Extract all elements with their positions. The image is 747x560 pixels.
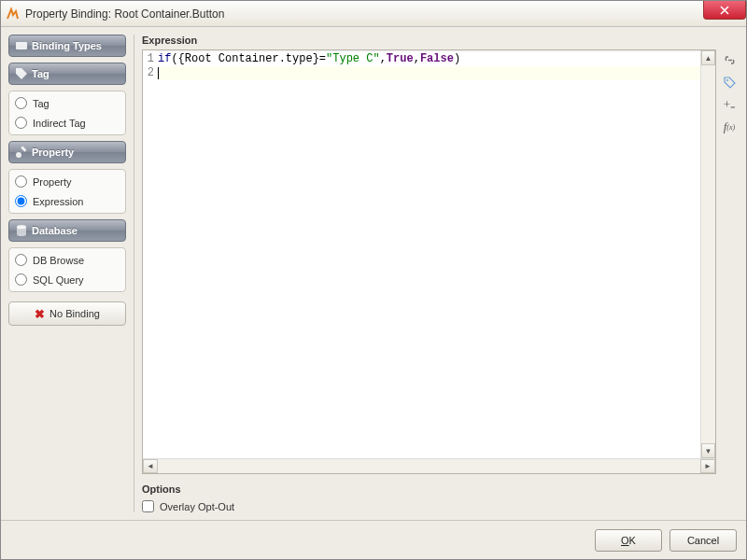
group-body-tag: Tag Indirect Tag bbox=[8, 91, 126, 135]
tag-header-icon bbox=[15, 67, 28, 80]
scroll-down-arrow[interactable]: ▼ bbox=[701, 443, 715, 458]
svg-point-4 bbox=[726, 79, 728, 81]
group-header-property-label: Property bbox=[32, 147, 74, 158]
property-header-icon bbox=[15, 146, 28, 159]
text-cursor bbox=[158, 67, 159, 79]
line-number: 1 bbox=[143, 52, 154, 66]
radio-property[interactable]: Property bbox=[15, 175, 120, 188]
line-number: 2 bbox=[143, 66, 154, 80]
scroll-track[interactable] bbox=[701, 65, 715, 443]
binding-types-header: Binding Types bbox=[8, 35, 126, 57]
no-binding-button[interactable]: ✖ No Binding bbox=[8, 301, 126, 326]
radio-tag-label: Tag bbox=[33, 98, 49, 109]
code-op: = bbox=[319, 52, 326, 65]
group-header-database: Database bbox=[8, 219, 126, 242]
radio-sql-query-input[interactable] bbox=[15, 273, 27, 286]
radio-indirect-tag[interactable]: Indirect Tag bbox=[15, 117, 120, 129]
code-true: True bbox=[387, 52, 414, 65]
radio-indirect-tag-input[interactable] bbox=[15, 117, 27, 129]
dialog-footer: OK Cancel bbox=[1, 520, 746, 559]
options-label: Options bbox=[142, 483, 739, 495]
code-paren: ) bbox=[454, 52, 460, 65]
ok-text: K bbox=[629, 535, 636, 546]
database-header-icon bbox=[15, 224, 28, 237]
function-icon[interactable]: f(x) bbox=[721, 119, 738, 135]
horizontal-scrollbar[interactable]: ◄ ► bbox=[143, 458, 715, 473]
scroll-left-arrow[interactable]: ◄ bbox=[143, 459, 158, 473]
radio-property-label: Property bbox=[33, 176, 72, 188]
scroll-track[interactable] bbox=[158, 459, 700, 473]
operator-icon[interactable]: += bbox=[721, 96, 738, 113]
code-comma: , bbox=[414, 52, 420, 65]
overlay-optout-label: Overlay Opt-Out bbox=[160, 501, 234, 512]
group-header-tag-label: Tag bbox=[32, 68, 49, 79]
scroll-up-arrow[interactable]: ▲ bbox=[701, 50, 715, 65]
radio-expression-label: Expression bbox=[33, 196, 83, 207]
svg-point-1 bbox=[16, 152, 21, 158]
main-panel: Expression 1 2 if({Root Container.type}=… bbox=[142, 35, 739, 512]
app-icon bbox=[5, 7, 20, 21]
radio-db-browse[interactable]: DB Browse bbox=[15, 254, 120, 266]
radio-sql-query[interactable]: SQL Query bbox=[15, 273, 120, 286]
group-header-database-label: Database bbox=[32, 225, 78, 236]
sidebar: Binding Types Tag Tag Indirect Tag bbox=[8, 35, 126, 512]
dialog-window: Property Binding: Root Container.Button … bbox=[0, 0, 747, 560]
code-paren: ( bbox=[171, 52, 177, 65]
ok-button[interactable]: OK bbox=[595, 529, 662, 552]
radio-property-input[interactable] bbox=[15, 175, 27, 188]
radio-indirect-tag-label: Indirect Tag bbox=[33, 118, 86, 129]
tag-icon[interactable] bbox=[721, 74, 738, 91]
titlebar: Property Binding: Root Container.Button bbox=[1, 1, 746, 27]
radio-expression-input[interactable] bbox=[15, 195, 27, 207]
no-binding-x-icon: ✖ bbox=[35, 307, 45, 321]
code-area[interactable]: if({Root Container.type}="Type C",True,F… bbox=[156, 50, 700, 458]
code-reference: {Root Container.type} bbox=[178, 52, 319, 65]
radio-expression[interactable]: Expression bbox=[15, 195, 120, 207]
group-header-property: Property bbox=[8, 141, 126, 163]
binding-types-label: Binding Types bbox=[32, 40, 102, 51]
cancel-button[interactable]: Cancel bbox=[669, 529, 737, 552]
code-comma: , bbox=[380, 52, 387, 65]
expression-editor[interactable]: 1 2 if({Root Container.type}="Type C",Tr… bbox=[142, 49, 716, 474]
editor-wrap: 1 2 if({Root Container.type}="Type C",Tr… bbox=[142, 49, 739, 474]
radio-tag[interactable]: Tag bbox=[15, 97, 120, 109]
radio-db-browse-label: DB Browse bbox=[33, 255, 84, 266]
window-title: Property Binding: Root Container.Button bbox=[25, 7, 224, 21]
group-header-tag: Tag bbox=[8, 63, 126, 85]
code-false: False bbox=[420, 52, 454, 65]
vertical-scrollbar[interactable]: ▲ ▼ bbox=[700, 50, 715, 458]
group-body-database: DB Browse SQL Query bbox=[8, 247, 126, 292]
radio-db-browse-input[interactable] bbox=[15, 254, 27, 266]
editor-tools: += f(x) bbox=[720, 49, 739, 474]
line-gutter: 1 2 bbox=[143, 50, 156, 458]
vertical-divider bbox=[134, 35, 134, 512]
radio-sql-query-label: SQL Query bbox=[33, 274, 84, 286]
scroll-right-arrow[interactable]: ► bbox=[700, 459, 715, 473]
binding-types-icon bbox=[15, 39, 28, 52]
options-section: Options Overlay Opt-Out bbox=[142, 483, 739, 512]
link-icon[interactable] bbox=[721, 51, 738, 68]
svg-rect-0 bbox=[16, 42, 27, 49]
close-button[interactable] bbox=[703, 1, 746, 20]
expression-label: Expression bbox=[142, 35, 739, 46]
overlay-optout-checkbox[interactable] bbox=[142, 500, 154, 512]
code-keyword: if bbox=[158, 52, 171, 65]
no-binding-label: No Binding bbox=[49, 308, 100, 319]
content-area: Binding Types Tag Tag Indirect Tag bbox=[1, 27, 746, 520]
group-body-property: Property Expression bbox=[8, 169, 126, 214]
radio-tag-input[interactable] bbox=[15, 97, 27, 109]
svg-rect-2 bbox=[21, 146, 26, 151]
overlay-optout-row[interactable]: Overlay Opt-Out bbox=[142, 500, 739, 512]
code-string: "Type C" bbox=[326, 52, 380, 65]
